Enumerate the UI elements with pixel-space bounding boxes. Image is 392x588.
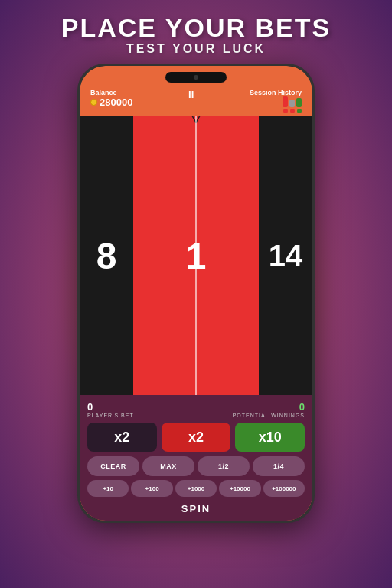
left-panel: 8 [80,116,133,395]
chip-100-button[interactable]: +100 [131,480,172,497]
balance-value: 280000 [90,96,132,108]
header: PLACE YOUR BETS TEST YOUR LUCK [61,0,331,64]
multiplier-button-x2-dark[interactable]: x2 [87,423,157,452]
action-buttons-row: CLEAR MAX 1/2 1/4 [87,456,305,476]
session-bar-1 [283,96,288,107]
right-panel: 14 [259,116,312,395]
session-bars [283,96,302,107]
session-dot-3 [297,109,302,113]
page-subtitle: TEST YOUR LUCK [61,42,331,56]
session-bar-2 [289,100,295,107]
betting-area: 0 PLAYER'S BET 0 POTENTIAL WINNINGS x2 x… [80,395,312,521]
page-title: PLACE YOUR BETS [61,14,331,42]
quarter-button[interactable]: 1/4 [253,456,305,476]
chip-buttons-row: +10 +100 +1000 +10000 +100000 [87,480,305,497]
session-history-section: Session History [250,89,302,113]
bet-label: PLAYER'S BET [87,413,134,418]
right-number: 14 [269,239,303,273]
phone-notch [165,72,227,83]
max-button[interactable]: MAX [142,456,194,476]
pause-button[interactable]: II [188,89,194,100]
session-dot-2 [290,109,295,113]
winnings-value: 0 [299,401,305,413]
spin-button[interactable]: SPIN [166,501,226,516]
chip-10-button[interactable]: +10 [87,480,129,497]
bet-info-right: 0 POTENTIAL WINNINGS [233,401,305,418]
half-button[interactable]: 1/2 [198,456,250,476]
center-panel: 1 [133,116,259,395]
bet-info-row: 0 PLAYER'S BET 0 POTENTIAL WINNINGS [87,401,305,418]
session-bar-3 [296,98,302,107]
bet-info-left: 0 PLAYER'S BET [87,401,134,418]
balance-amount: 280000 [100,96,132,108]
bet-value: 0 [87,401,134,413]
phone-frame: Balance 280000 II Session History [77,64,315,523]
session-dots [283,109,302,113]
clear-button[interactable]: CLEAR [87,456,139,476]
left-number: 8 [96,235,117,277]
multiplier-button-x10[interactable]: x10 [235,423,305,452]
multiplier-row: x2 x2 x10 [87,423,305,452]
session-label: Session History [250,89,302,96]
chip-100000-button[interactable]: +100000 [263,480,305,497]
multiplier-button-x2-red[interactable]: x2 [162,423,231,452]
balance-section: Balance 280000 [90,89,132,108]
balance-label: Balance [90,89,132,96]
spin-row: SPIN [87,501,305,516]
game-area: 8 1 14 [80,116,312,395]
phone-screen: Balance 280000 II Session History [80,66,312,521]
session-dot-1 [283,109,288,113]
center-line [195,116,197,395]
chip-1000-button[interactable]: +1000 [175,480,217,497]
winnings-label: POTENTIAL WINNINGS [233,413,305,418]
chip-10000-button[interactable]: +10000 [219,480,260,497]
balance-coin-icon [90,99,97,106]
phone-camera [194,75,198,80]
